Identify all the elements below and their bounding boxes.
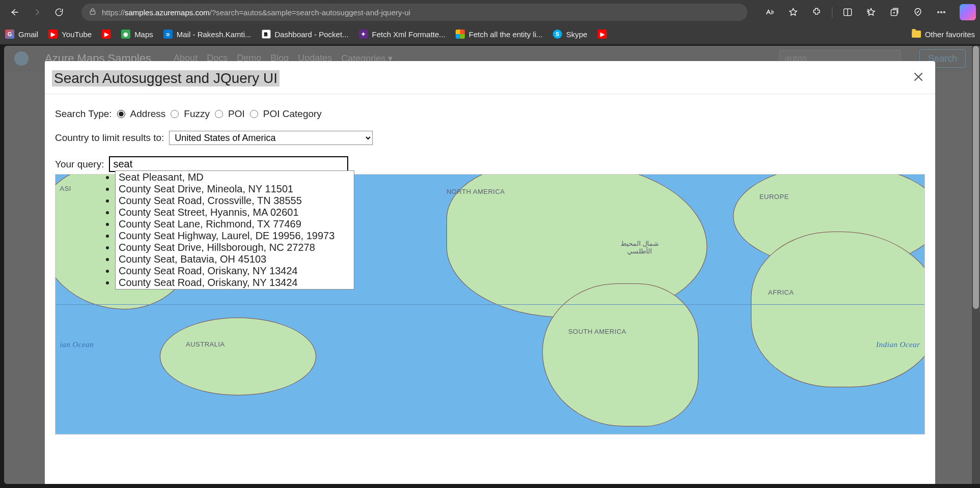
bookmark-label: Dashboard - Pocket...	[275, 30, 349, 39]
radio-poi-category-label[interactable]: POI Category	[263, 108, 322, 120]
search-type-row: Search Type: Address Fuzzy POI POI Categ…	[55, 108, 925, 120]
bookmark-label: Skype	[566, 30, 587, 39]
map-gridline	[55, 304, 925, 305]
refresh-button[interactable]	[49, 3, 69, 21]
bookmark-label: Mail - Rakesh.Kamti...	[177, 30, 251, 39]
modal-body: Search Type: Address Fuzzy POI POI Categ…	[45, 94, 935, 484]
folder-icon	[912, 31, 921, 38]
svg-point-4	[941, 12, 942, 13]
radio-poi[interactable]	[215, 110, 223, 118]
bookmark-other-favorites[interactable]: Other favorites	[912, 30, 975, 39]
autocomplete-item[interactable]: County Seat Drive, Mineola, NY 11501	[116, 183, 354, 195]
window-scrollbar[interactable]	[972, 46, 980, 484]
page-viewport: Azure Maps Samples About Docs Demo Blog …	[4, 46, 976, 484]
radio-fuzzy[interactable]	[171, 110, 179, 118]
map-label-australia: AUSTRALIA	[186, 340, 225, 348]
skype-icon: S	[553, 30, 562, 39]
radio-address[interactable]	[117, 110, 125, 118]
modal-close-button[interactable]	[912, 70, 925, 85]
scrollbar-thumb[interactable]	[973, 46, 979, 309]
autocomplete-item[interactable]: County Seat Drive, Hillsborough, NC 2727…	[116, 242, 354, 253]
svg-rect-0	[90, 11, 95, 14]
map-label-ian-ocean: ian Ocean	[60, 340, 94, 349]
autocomplete-item[interactable]: Seat Pleasant, MD	[116, 171, 354, 183]
bookmark-mail[interactable]: o Mail - Rakesh.Kamti...	[163, 30, 251, 39]
svg-point-3	[938, 12, 939, 13]
address-bar[interactable]: https://samples.azuremaps.com/?search=au…	[81, 4, 747, 21]
read-aloud-icon[interactable]	[760, 3, 780, 21]
autocomplete-item[interactable]: County Seat Street, Hyannis, MA 02601	[116, 207, 354, 218]
autocomplete-item[interactable]: County Seat Road, Crossville, TN 38555	[116, 195, 354, 207]
favorite-star-icon[interactable]	[783, 3, 803, 21]
toolbar-right-icons	[760, 3, 976, 21]
bookmark-youtube[interactable]: ▶ YouTube	[48, 30, 92, 39]
radio-fuzzy-label[interactable]: Fuzzy	[184, 108, 210, 120]
youtube-icon: ▶	[102, 30, 111, 39]
lock-icon	[89, 8, 97, 17]
query-input[interactable]	[109, 156, 348, 172]
fetch-xml-icon: ✦	[359, 30, 368, 39]
collections-icon[interactable]	[884, 3, 905, 21]
bookmark-label: Fetch Xml Formatte...	[372, 30, 445, 39]
autocomplete-item[interactable]: County Seat Lane, Richmond, TX 77469	[116, 218, 354, 230]
bookmark-label: YouTube	[62, 30, 92, 39]
bookmark-maps[interactable]: ◉ Maps	[121, 30, 153, 39]
bookmark-label: Maps	[134, 30, 153, 39]
autocomplete-menu: Seat Pleasant, MD County Seat Drive, Min…	[115, 170, 354, 290]
extensions-icon[interactable]	[806, 3, 827, 21]
country-label: Country to limit results to:	[55, 132, 164, 143]
autocomplete-item[interactable]: County Seat Road, Oriskany, NY 13424	[116, 265, 354, 277]
back-button[interactable]	[4, 3, 24, 21]
land-australia	[160, 318, 316, 395]
country-row: Country to limit results to: United Stat…	[55, 131, 925, 145]
map-label-indian-ocean: Indian Ocear	[876, 340, 920, 349]
country-select[interactable]: United States of America	[169, 131, 373, 145]
bookmark-youtube-icon-only-2[interactable]: ▶	[598, 30, 607, 39]
outlook-icon: o	[163, 30, 173, 39]
url-text: https://samples.azuremaps.com/?search=au…	[102, 8, 410, 17]
microsoft-icon	[456, 30, 465, 39]
autocomplete-item[interactable]: County Seat Road, Oriskany, NY 13424	[116, 277, 354, 289]
bookmark-gmail[interactable]: G Gmail	[5, 30, 38, 39]
bookmarks-bar: G Gmail ▶ YouTube ▶ ◉ Maps o Mail - Rake…	[0, 24, 980, 45]
browser-toolbar: https://samples.azuremaps.com/?search=au…	[0, 0, 980, 24]
bookmark-label: Fetch all the entity li...	[469, 30, 543, 39]
spacer	[55, 435, 925, 484]
radio-address-label[interactable]: Address	[130, 108, 166, 120]
gmail-icon: G	[5, 30, 14, 39]
radio-poi-category[interactable]	[250, 110, 258, 118]
forward-button	[26, 3, 47, 21]
more-menu-icon[interactable]	[931, 3, 951, 21]
close-icon	[912, 70, 925, 83]
sample-modal: Search Autosuggest and JQuery UI Search …	[45, 61, 935, 484]
map-label-africa: AFRICA	[768, 289, 794, 296]
bookmark-fetch-xml[interactable]: ✦ Fetch Xml Formatte...	[359, 30, 445, 39]
map-label-asia: ASI	[60, 185, 71, 192]
youtube-icon: ▶	[48, 30, 58, 39]
svg-point-5	[943, 12, 945, 13]
autocomplete-item[interactable]: County Seat, Batavia, OH 45103	[116, 253, 354, 265]
autocomplete-item[interactable]: County Seat Highway, Laurel, DE 19956, 1…	[116, 230, 354, 242]
bookmark-fetch-entity[interactable]: Fetch all the entity li...	[456, 30, 543, 39]
bookmark-label: Other favorites	[925, 30, 975, 39]
map-label-north-america: NORTH AMERICA	[446, 188, 505, 195]
split-screen-icon[interactable]	[837, 3, 858, 21]
map-label-europe: EUROPE	[760, 193, 789, 200]
map-label-north-atlantic-ar: شمال المحيط الأطلسي	[621, 240, 659, 255]
land-africa	[751, 232, 925, 387]
page-icon: 🗎	[262, 30, 271, 39]
search-type-label: Search Type:	[55, 108, 112, 120]
bookmark-youtube-icon-only[interactable]: ▶	[102, 30, 111, 39]
bookmark-dashboard[interactable]: 🗎 Dashboard - Pocket...	[262, 30, 349, 39]
modal-title: Search Autosuggest and JQuery UI	[52, 70, 279, 87]
maps-icon: ◉	[121, 30, 130, 39]
bookmark-label: Gmail	[18, 30, 38, 39]
copilot-icon[interactable]	[960, 4, 976, 20]
youtube-icon: ▶	[598, 30, 607, 39]
bookmark-skype[interactable]: S Skype	[553, 30, 587, 39]
divider	[832, 7, 832, 18]
map-label-south-america: SOUTH AMERICA	[568, 328, 626, 335]
radio-poi-label[interactable]: POI	[228, 108, 245, 120]
favorites-list-icon[interactable]	[861, 3, 881, 21]
performance-icon[interactable]	[908, 3, 928, 21]
